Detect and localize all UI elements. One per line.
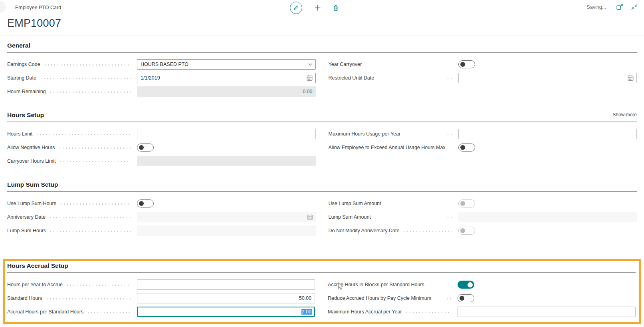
selected-text: 2.00 (301, 309, 312, 315)
text-input-accrual-hours-per-standard-hours[interactable]: 2.00 (137, 307, 315, 317)
calendar-icon[interactable] (628, 75, 634, 81)
field-row-reduce-accrued-hours-by-pay-cycle-minimum: Reduce Accrued Hours by Pay Cycle Minimu… (328, 291, 636, 305)
field-row-lump-sum-amount: Lump Sum Amount (329, 210, 637, 224)
field-label: Maximum Hours Usage per Year (329, 131, 458, 137)
field-label-text: Lump Sum Hours (7, 228, 46, 233)
field-row-earnings-code: Earnings CodeHOURS BASED PTO (7, 58, 316, 71)
toggle-use-lump-sum-hours[interactable] (137, 199, 154, 207)
show-more-link[interactable]: Show more (612, 111, 637, 119)
field-control (458, 281, 636, 289)
field-control: 50.00 (137, 293, 315, 303)
readonly-field-anniversary-date (137, 212, 316, 222)
select-earnings-code[interactable]: HOURS BASED PTO (137, 59, 316, 70)
field-row-use-lump-sum-hours: Use Lump Sum Hours (7, 197, 316, 210)
field-label: Use Lump Sum Hours (7, 201, 137, 206)
date-input-restricted-until-date[interactable] (458, 73, 637, 83)
section-body: Hours LimitAllow Negative HoursCarryover… (7, 127, 637, 168)
calendar-icon[interactable] (307, 75, 313, 81)
dotted-leader (36, 134, 131, 135)
back-button[interactable] (0, 2, 5, 12)
field-control (458, 227, 637, 235)
dotted-leader (446, 134, 452, 135)
column-right: Use Lump Sum AmountLump Sum AmountDo Not… (329, 197, 637, 237)
toggle-knob (468, 282, 473, 287)
dotted-leader (66, 285, 131, 286)
text-input-maximum-hours-accrual-per-year[interactable] (458, 307, 636, 317)
dotted-leader (49, 231, 131, 232)
field-control (137, 212, 316, 222)
field-label: Earnings Code (7, 62, 137, 67)
dotted-leader (402, 231, 452, 232)
field-label: Hours Remaining (7, 89, 137, 94)
toggle-year-carryover[interactable] (458, 60, 475, 68)
field-label-text: Year Carryover (329, 62, 362, 67)
field-row-do-not-modify-anniversary-date: Do Not Modify Anniversary Date (329, 224, 637, 237)
topbar-window-actions: Saving... (587, 4, 638, 10)
field-row-hours-remaining: Hours Remaining0.00 (7, 85, 316, 98)
field-control (137, 129, 316, 139)
plus-icon[interactable] (314, 4, 321, 11)
field-label: Reduce Accrued Hours by Pay Cycle Minimu… (328, 295, 458, 301)
page-title: EMP10007 (7, 17, 644, 30)
dotted-leader (59, 161, 131, 162)
chevron-down-icon[interactable] (308, 63, 313, 66)
toggle-reduce-accrued-hours-by-pay-cycle-minimum[interactable] (458, 294, 474, 302)
field-label: Use Lump Sum Amount (329, 201, 458, 206)
field-label-text: Use Lump Sum Amount (329, 201, 381, 206)
field-value: 1/1/2019 (141, 75, 303, 81)
dotted-leader (59, 203, 131, 205)
field-label-text: Hours Limit (7, 131, 32, 137)
saving-status: Saving... (587, 4, 606, 10)
trash-icon[interactable] (333, 5, 339, 11)
field-label-text: Anniversary Date (7, 214, 46, 220)
field-label: Year Carryover (329, 62, 458, 67)
section-body: Earnings CodeHOURS BASED PTOStarting Dat… (7, 58, 637, 98)
toggle-knob (460, 201, 465, 206)
section-lump-sum-setup: Lump Sum SetupUse Lump Sum HoursAnnivers… (7, 181, 637, 237)
field-row-anniversary-date: Anniversary Date (7, 210, 316, 224)
toggle-allow-negative-hours[interactable] (137, 144, 154, 152)
field-control: 0.00 (137, 86, 316, 97)
field-row-use-lump-sum-amount: Use Lump Sum Amount (329, 197, 637, 210)
field-control (458, 144, 637, 152)
field-row-allow-negative-hours: Allow Negative Hours (7, 141, 316, 154)
field-label: Maximum Hours Accrual per Year (328, 309, 458, 315)
field-label: Standard Hours (7, 295, 137, 301)
dotted-leader (40, 78, 131, 79)
readonly-field-lump-sum-hours (137, 225, 316, 236)
dotted-leader (446, 298, 451, 299)
dotted-leader (49, 217, 131, 218)
field-row-hours-per-year-to-accrue: Hours per Year to Accrue (7, 278, 315, 291)
section-general: GeneralEarnings CodeHOURS BASED PTOStart… (7, 42, 637, 98)
toggle-allow-employee-to-exceed-annual-usage-hours-max[interactable] (458, 144, 475, 152)
dotted-leader (405, 312, 452, 313)
text-input-maximum-hours-usage-per-year[interactable] (458, 129, 637, 139)
field-row-lump-sum-hours: Lump Sum Hours (7, 224, 316, 237)
pencil-icon[interactable] (290, 2, 302, 14)
field-row-maximum-hours-accrual-per-year: Maximum Hours Accrual per Year (328, 305, 636, 319)
field-label: Lump Sum Amount (329, 214, 458, 220)
field-label: Hours per Year to Accrue (7, 282, 137, 287)
section-heading: Hours Setup (7, 111, 44, 119)
toggle-accrue-hours-in-blocks-per-standard-hours[interactable] (458, 281, 474, 289)
field-control: 2.00 (137, 307, 315, 317)
field-control (137, 225, 316, 236)
breadcrumb: Employee PTO Card (15, 5, 61, 10)
column-left: Hours LimitAllow Negative HoursCarryover… (7, 127, 316, 168)
field-row-restricted-until-date: Restricted Until Date (329, 71, 637, 85)
field-label: Allow Employee to Exceed Annual Usage Ho… (329, 145, 458, 150)
collapse-icon[interactable] (631, 4, 638, 10)
field-label-text: Hours Remaining (7, 89, 46, 94)
page-divider (0, 36, 644, 36)
field-control (458, 129, 637, 139)
field-control: 1/1/2019 (137, 73, 316, 83)
date-input-starting-date[interactable]: 1/1/2019 (137, 73, 316, 83)
text-input-hours-per-year-to-accrue[interactable] (137, 279, 315, 290)
text-input-standard-hours[interactable]: 50.00 (137, 293, 315, 303)
field-row-standard-hours: Standard Hours50.00 (7, 291, 315, 305)
open-in-new-window-icon[interactable] (616, 4, 623, 10)
text-input-hours-limit[interactable] (137, 129, 316, 139)
field-row-accrual-hours-per-standard-hours: Accrual Hours per Standard Hours2.00 (7, 305, 315, 319)
field-label-text: Standard Hours (7, 295, 42, 301)
section-hours-setup: Hours SetupShow moreHours LimitAllow Neg… (7, 111, 637, 168)
